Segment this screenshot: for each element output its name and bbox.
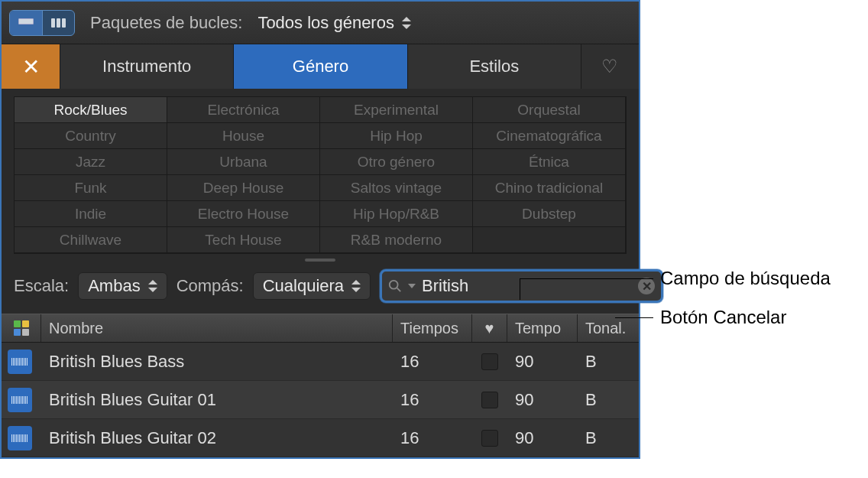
heart-icon: ♡ [601, 56, 618, 77]
clear-filters-button[interactable]: ✕ [2, 44, 60, 89]
cell-beats: 16 [393, 390, 472, 410]
packages-label: Paquetes de bucles: [90, 13, 242, 33]
heart-icon: ♥ [485, 320, 494, 337]
cell-favorite[interactable] [472, 353, 507, 370]
cell-tempo: 90 [507, 428, 578, 448]
genre-cell[interactable]: Urbana [167, 149, 320, 175]
svg-point-0 [390, 281, 398, 289]
col-name[interactable]: Nombre [41, 314, 393, 342]
updown-icon [402, 17, 411, 29]
tab-genre[interactable]: Género [233, 44, 406, 89]
signature-value: Cualquiera [263, 276, 344, 296]
audio-loop-icon [8, 350, 32, 374]
packages-dropdown[interactable]: Todos los géneros [257, 13, 411, 33]
loop-browser-panel: Paquetes de bucles: Todos los géneros ✕ … [0, 0, 640, 459]
search-clear-button[interactable]: ✕ [638, 278, 655, 294]
cell-key: B [578, 390, 639, 410]
genre-cell[interactable]: Indie [15, 201, 167, 227]
genre-cell[interactable]: Deep House [167, 175, 320, 201]
genre-cell[interactable]: Hip Hop [320, 123, 473, 149]
cell-tempo: 90 [507, 352, 578, 372]
view-button-button1[interactable] [10, 11, 42, 35]
cell-type [2, 350, 41, 374]
search-input[interactable] [422, 276, 632, 296]
updown-icon [351, 280, 361, 292]
scale-dropdown[interactable]: Ambas [78, 272, 167, 300]
cell-name: British Blues Bass [41, 352, 393, 372]
search-field[interactable]: ✕ [380, 269, 663, 303]
cell-beats: 16 [393, 352, 472, 372]
view-button-column[interactable] [42, 11, 74, 35]
close-icon: ✕ [22, 54, 40, 80]
genre-cell [473, 227, 626, 253]
updown-icon [148, 280, 157, 292]
view-toggle [9, 10, 75, 36]
genre-cell[interactable]: Saltos vintage [320, 175, 473, 201]
genre-cell[interactable]: Funk [15, 175, 167, 201]
genre-cell[interactable]: R&B moderno [320, 227, 473, 253]
col-type-icon[interactable] [2, 314, 41, 342]
scale-value: Ambas [88, 276, 140, 296]
genre-cell[interactable]: House [167, 123, 320, 149]
results-table: Nombre Tiempos ♥ Tempo Tonal. British Bl… [2, 314, 639, 457]
tab-instrument[interactable]: Instrumento [60, 44, 233, 89]
cell-name: British Blues Guitar 01 [41, 390, 393, 410]
genre-cell[interactable]: Country [15, 123, 167, 149]
cell-key: B [578, 428, 639, 448]
col-beats[interactable]: Tiempos [393, 314, 472, 342]
genre-cell[interactable]: Hip Hop/R&B [320, 201, 473, 227]
table-body: British Blues Bass1690BBritish Blues Gui… [2, 343, 639, 457]
table-row[interactable]: British Blues Guitar 011690B [2, 381, 639, 419]
col-tempo[interactable]: Tempo [507, 314, 578, 342]
audio-loop-icon [8, 426, 32, 450]
packages-value: Todos los géneros [257, 13, 394, 33]
cell-favorite[interactable] [472, 392, 507, 408]
annotation-cancel-button: Botón Cancelar [660, 307, 786, 328]
audio-loop-icon [8, 388, 32, 412]
category-grid-icon [14, 320, 29, 336]
table-header: Nombre Tiempos ♥ Tempo Tonal. [2, 314, 639, 343]
category-tabs: ✕ Instrumento Género Estilos ♡ [2, 44, 639, 89]
genre-cell[interactable]: Jazz [15, 149, 167, 175]
table-row[interactable]: British Blues Guitar 021690B [2, 419, 639, 457]
col-key[interactable]: Tonal. [578, 314, 639, 342]
tab-favorites[interactable]: ♡ [581, 44, 639, 89]
cell-beats: 16 [393, 428, 472, 448]
column-view-icon [51, 18, 66, 28]
genre-cell[interactable]: Experimental [320, 97, 473, 123]
tab-styles[interactable]: Estilos [407, 44, 581, 89]
cell-key: B [578, 352, 639, 372]
clear-x-icon: ✕ [642, 279, 652, 294]
genre-cell[interactable]: Chillwave [15, 227, 167, 253]
filter-controls: Escala: Ambas Compás: Cualquiera ✕ [2, 259, 639, 314]
scale-label: Escala: [14, 276, 69, 296]
button-view-icon [18, 18, 34, 28]
cell-type [2, 388, 41, 412]
signature-dropdown[interactable]: Cualquiera [253, 272, 371, 300]
genre-grid: Rock/BluesElectrónicaExperimentalOrquest… [14, 96, 627, 254]
genre-cell[interactable]: Rock/Blues [15, 97, 167, 123]
col-favorite[interactable]: ♥ [472, 314, 507, 342]
genre-cell[interactable]: Cinematográfica [473, 123, 626, 149]
cell-name: British Blues Guitar 02 [41, 428, 393, 448]
genre-cell[interactable]: Otro género [320, 149, 473, 175]
genre-cell[interactable]: Tech House [167, 227, 320, 253]
genre-cell[interactable]: Dubstep [473, 201, 626, 227]
favorite-checkbox[interactable] [481, 353, 498, 370]
table-row[interactable]: British Blues Bass1690B [2, 343, 639, 381]
cell-tempo: 90 [507, 390, 578, 410]
genre-cell[interactable]: Orquestal [473, 97, 626, 123]
genre-cell[interactable]: Electro House [167, 201, 320, 227]
signature-label: Compás: [177, 276, 244, 296]
cell-favorite[interactable] [472, 430, 507, 447]
cell-type [2, 426, 41, 450]
chevron-down-icon [408, 284, 416, 288]
genre-cell[interactable]: Étnica [473, 149, 626, 175]
drag-handle[interactable] [305, 259, 335, 262]
genre-grid-container: Rock/BluesElectrónicaExperimentalOrquest… [2, 89, 639, 259]
genre-cell[interactable]: Electrónica [167, 97, 320, 123]
svg-line-1 [397, 288, 401, 292]
favorite-checkbox[interactable] [481, 392, 498, 408]
genre-cell[interactable]: Chino tradicional [473, 175, 626, 201]
favorite-checkbox[interactable] [481, 430, 498, 447]
